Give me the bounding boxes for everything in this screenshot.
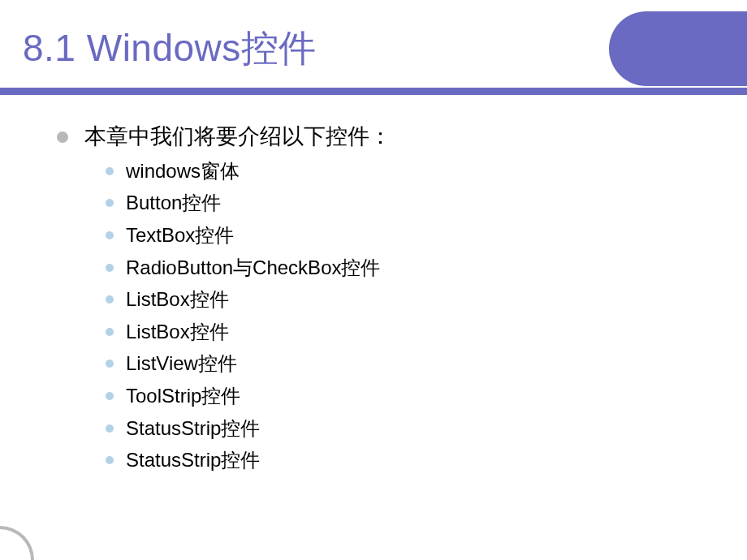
list-item: ListBox控件 [106,286,690,313]
list-item-text: ListBox控件 [126,286,229,313]
bullet-icon [106,295,114,304]
bullet-icon [106,328,114,336]
main-bullet-text: 本章中我们将要介绍以下控件： [84,122,391,153]
bullet-icon [106,264,114,272]
list-item: TextBox控件 [106,222,690,249]
list-item-text: StatusStrip控件 [126,446,260,474]
list-item: Button控件 [106,189,690,217]
bullet-icon [106,360,114,368]
header-accent-pill [609,11,747,86]
bullet-icon [106,456,114,464]
list-item-text: Button控件 [126,189,221,217]
header-underline [0,88,747,95]
list-item-text: StatusStrip控件 [126,415,260,442]
bullet-icon [106,231,114,239]
list-item-text: ListView控件 [126,350,237,377]
list-item: ListView控件 [106,350,690,377]
list-item-text: ListBox控件 [126,318,229,346]
list-item: ListBox控件 [106,318,690,346]
slide-header: 8.1 Windows控件 [0,0,747,94]
slide-content: 本章中我们将要介绍以下控件： windows窗体 Button控件 TextBo… [0,94,747,490]
bullet-icon [106,424,114,433]
list-item-text: TextBox控件 [126,222,234,249]
list-item: ToolStrip控件 [106,382,690,410]
bullet-icon [106,199,114,207]
bullet-icon [57,131,68,143]
main-bullet-item: 本章中我们将要介绍以下控件： [57,122,690,153]
list-item: windows窗体 [106,157,690,185]
slide: 8.1 Windows控件 本章中我们将要介绍以下控件： windows窗体 B… [0,0,747,560]
sub-bullet-list: windows窗体 Button控件 TextBox控件 RadioButton… [57,157,690,474]
title-row: 8.1 Windows控件 [0,11,747,86]
list-item-text: windows窗体 [126,157,240,185]
list-item: StatusStrip控件 [106,446,690,474]
list-item-text: ToolStrip控件 [126,382,240,410]
slide-title: 8.1 Windows控件 [0,24,317,74]
list-item: RadioButton与CheckBox控件 [106,254,690,282]
list-item-text: RadioButton与CheckBox控件 [126,254,380,282]
list-item: StatusStrip控件 [106,415,690,442]
corner-decoration [0,526,34,560]
bullet-icon [106,392,114,400]
bullet-icon [106,167,114,175]
